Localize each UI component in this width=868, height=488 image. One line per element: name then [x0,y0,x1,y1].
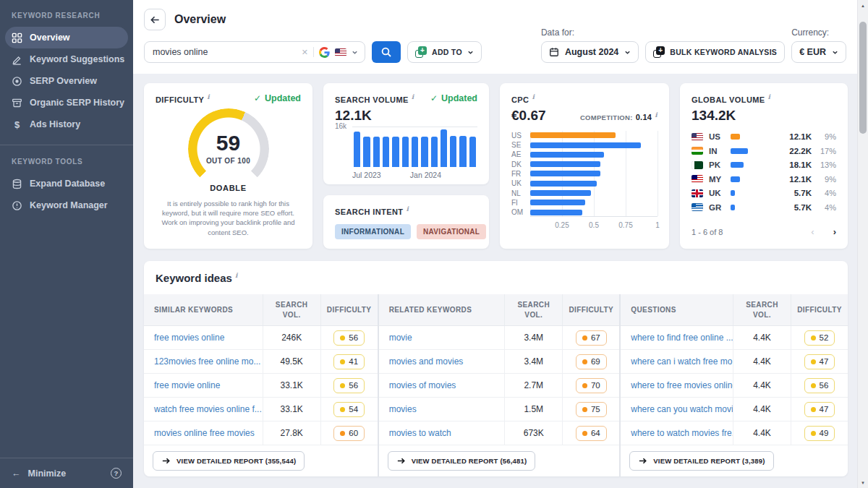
check-icon: ✓ [254,93,261,103]
difficulty-badge: 52 [804,330,835,346]
volume-bar [469,137,476,167]
difficulty-description: It is entirely possible to rank high for… [156,199,301,237]
difficulty-value: 47 [820,357,829,366]
view-detailed-report-button[interactable]: VIEW DETAILED REPORT (56,481) [388,451,536,471]
cpc-x-axis: 0.250.50.751 [530,221,658,231]
arrow-right-icon [396,456,406,466]
sidebar-item-label: Organic SERP History [30,98,124,108]
clear-search-icon[interactable]: ✕ [302,48,308,57]
arrow-right-icon [638,456,647,466]
volume-mini-bar [731,176,740,182]
keyword-link[interactable]: movies [379,398,505,421]
info-icon[interactable]: i [768,93,771,100]
search-volume-value: 4.4K [733,421,791,445]
global-volume-row: PK18.1K13% [692,158,836,173]
info-icon[interactable]: i [412,93,414,100]
keyword-link[interactable]: movies of movies [379,374,505,397]
cpc-title: CPCi [511,93,535,104]
back-button[interactable] [144,9,166,30]
info-icon[interactable]: i [655,111,658,119]
info-icon[interactable]: i [532,93,535,100]
sidebar-item-keyword-suggestions[interactable]: Keyword Suggestions [5,48,128,70]
keyword-ideas-tables: SIMILAR KEYWORDSSEARCH VOL.DIFFICULTYfre… [144,294,848,476]
cpc-bar-track [530,142,658,148]
cpc-country-row: DK [530,160,658,169]
view-detailed-report-button[interactable]: VIEW DETAILED REPORT (355,544) [153,451,305,471]
keyword-link[interactable]: movies to watch [379,421,505,445]
bulk-keyword-analysis-button[interactable]: + BULK KEYWORD ANALYSIS [645,41,785,63]
difficulty-cell: 54 [320,398,378,421]
sidebar-item-keyword-manager[interactable]: Keyword Manager [5,194,128,216]
search-button[interactable] [372,41,401,63]
gridline [658,131,658,217]
difficulty-cell: 49 [791,421,848,445]
pagination-prev-icon[interactable]: ‹ [811,226,814,237]
scrollbar-up-arrow[interactable]: ▲ [858,0,868,11]
search-volume-x-labels: Jul 2023Jan 2024 [352,171,477,182]
keyword-link[interactable]: movies online free movies [144,421,263,445]
volume-bar [431,137,438,167]
keyword-link[interactable]: movie [379,326,505,349]
pagination-next-icon[interactable]: › [833,226,836,237]
difficulty-badge: 60 [333,426,365,441]
keyword-link[interactable]: movies and movies [379,350,505,373]
sidebar-item-overview[interactable]: Overview [5,27,128,48]
search-volume-value: 3.4M [504,326,562,349]
search-input[interactable] [153,47,297,57]
difficulty-badge: 56 [333,378,365,393]
column-header-keywords: RELATED KEYWORDS [379,306,505,314]
cpc-rows: USSEAEDKFRUKNLFIOM [530,131,658,218]
sidebar-item-organic-serp-history[interactable]: Organic SERP History [5,92,128,114]
difficulty-cell: 41 [320,350,378,373]
date-dropdown[interactable]: August 2024 [541,41,639,63]
country-code: MY [709,175,725,184]
cpc-bar-track [530,210,658,215]
table-row: free movies online246K56 [144,326,378,350]
difficulty-value: 47 [820,405,829,414]
sidebar-item-serp-overview[interactable]: SERP Overview [5,70,128,92]
keyword-link[interactable]: where to watch movies fre... [621,421,733,445]
difficulty-value: 75 [591,405,600,414]
cpc-bar-track [530,132,658,138]
x-axis-label: Jul 2023 [352,171,381,179]
info-icon[interactable]: i [235,272,237,279]
difficulty-value: 41 [349,357,358,366]
search-volume-value: 12.1K [335,108,477,124]
table-header-row: RELATED KEYWORDSSEARCH VOL.DIFFICULTY [379,294,620,326]
country-percent: 9% [817,132,836,141]
add-to-button[interactable]: + ADD TO [407,41,482,63]
column-header-search-vol: SEARCH VOL. [504,294,562,325]
view-detailed-report-button[interactable]: VIEW DETAILED REPORT (3,389) [629,451,773,471]
keyword-link[interactable]: where can you watch movi... [621,398,733,421]
x-axis-tick: 0.5 [589,221,599,229]
cpc-country-label: SE [511,141,527,149]
table-row: 123movies free online mo...49.5K41 [144,350,378,374]
scrollbar[interactable]: ▲ ▼ [857,0,868,488]
difficulty-value: 54 [349,405,358,414]
help-icon[interactable]: ? [111,468,122,479]
keyword-link[interactable]: where to find free online ... [621,326,733,349]
difficulty-out-of: OUT OF 100 [206,157,250,165]
difficulty-cell: 47 [791,350,848,373]
scrollbar-down-arrow[interactable]: ▼ [858,477,868,488]
sidebar-item-expand-database[interactable]: Expand Database [5,173,128,194]
keyword-link[interactable]: where to free movies online [621,374,733,397]
scrollbar-thumb[interactable] [859,22,867,134]
sidebar-item-ads-history[interactable]: $ Ads History [5,114,128,135]
info-icon[interactable]: i [207,93,210,100]
column-header-search-vol: SEARCH VOL. [263,294,320,325]
keyword-link[interactable]: free movies online [144,326,263,349]
currency-dropdown[interactable]: € EUR [791,41,846,63]
keyword-link[interactable]: free movie online [144,374,263,397]
info-icon[interactable]: i [406,205,409,213]
competition: COMPETITION:0.14i [580,111,658,121]
chevron-down-icon[interactable] [352,49,358,56]
keyword-link[interactable]: 123movies free online mo... [144,350,263,373]
minimize-button[interactable]: Minimize [28,468,67,479]
difficulty-cell: 67 [562,326,619,349]
keyword-link[interactable]: watch free movies online f... [144,398,263,421]
chevron-down-icon [624,49,631,56]
difficulty-cell: 47 [791,398,848,421]
pencil-icon [12,54,22,65]
keyword-link[interactable]: where can i watch free mo... [621,350,733,373]
